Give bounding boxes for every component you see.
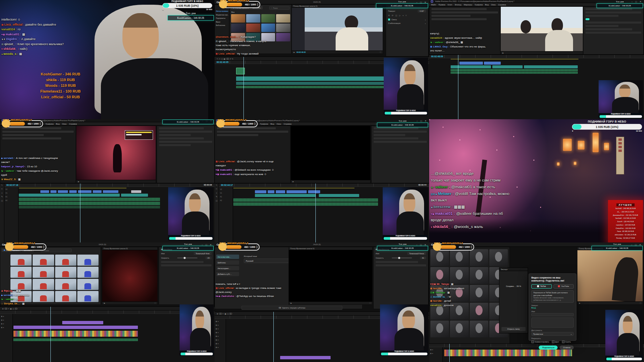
speed-row[interactable]: Скорость31: [376, 257, 426, 259]
blend-row[interactable]: Смесь⌄: [388, 19, 426, 21]
video-clip[interactable]: [319, 194, 359, 197]
sidebar-button[interactable]: Автосоздани…: [216, 266, 239, 270]
media-thumbnail[interactable]: [231, 24, 245, 32]
video-clip[interactable]: [93, 190, 102, 193]
media-thumbnail[interactable]: [261, 14, 275, 23]
menu-item[interactable]: Эпизод: [455, 4, 461, 6]
fx-toolbar-icons[interactable]: ⟲ ⟳ ◫ ▷ ⌖ ⌑: [388, 14, 426, 17]
media-thumbnail[interactable]: [470, 249, 488, 266]
play-icon[interactable]: ▶: [104, 302, 105, 304]
subtitle-clip[interactable]: [280, 356, 331, 359]
video-clip[interactable]: [131, 190, 141, 193]
audio-clip[interactable]: [451, 72, 578, 74]
playhead[interactable]: [458, 55, 458, 119]
menu-item[interactable]: Графика: [45, 123, 53, 125]
media-thumbnail[interactable]: [489, 249, 508, 266]
media-thumbnail[interactable]: [450, 249, 468, 266]
media-thumbnail[interactable]: [10, 279, 32, 290]
play-icon[interactable]: ▶: [502, 52, 504, 54]
tiktok-studio-banner[interactable]: Перенесите в TikTok Studio для полного д…: [531, 290, 574, 303]
media-thumbnail[interactable]: [450, 267, 468, 284]
allow-checkbox[interactable]: Сшить: [562, 340, 571, 343]
video-filmstrip-clip[interactable]: [13, 330, 138, 337]
media-thumbnail[interactable]: [430, 249, 449, 266]
player-controls[interactable]: ▶⛶: [577, 301, 643, 304]
sidebar-item[interactable]: Подпроекты: [215, 17, 229, 20]
media-thumbnail[interactable]: [55, 279, 76, 290]
playhead[interactable]: [273, 312, 274, 362]
media-thumbnail[interactable]: [276, 33, 290, 41]
availability-select[interactable]: Приватное⌄: [531, 332, 574, 336]
media-thumbnail[interactable]: [450, 321, 468, 337]
sidebar-item[interactable]: Медиатека про…: [215, 13, 229, 17]
media-thumbnail[interactable]: [246, 14, 260, 23]
audio-clip[interactable]: [19, 198, 160, 201]
playhead[interactable]: [243, 57, 244, 119]
player-controls[interactable]: ▶: [501, 51, 583, 54]
tool-strip[interactable]: ↖✂⌖✎◫: [215, 184, 219, 242]
media-thumbnail[interactable]: [231, 14, 245, 23]
playhead[interactable]: [50, 307, 51, 362]
media-thumbnail[interactable]: [33, 267, 54, 278]
fullscreen-icon[interactable]: ⛶: [369, 302, 371, 304]
media-thumbnail[interactable]: [55, 255, 76, 266]
menu-item[interactable]: Вид: [56, 123, 60, 125]
allow-checkbox[interactable]: Дуэт: [552, 340, 559, 343]
fullscreen-icon[interactable]: ⛶: [154, 302, 156, 304]
login-link[interactable]: Вход: [531, 307, 574, 309]
playhead[interactable]: [80, 184, 80, 242]
allow-checkbox[interactable]: Комментировать: [531, 340, 549, 343]
tab-youtube[interactable]: YouTube: [554, 284, 574, 289]
media-thumbnail[interactable]: [77, 291, 99, 302]
menu-item[interactable]: Графика: [260, 123, 268, 125]
sidebar-button[interactable]: Шаблоны: [216, 260, 239, 265]
player-controls[interactable]: ▶00:02:40:05⛶: [292, 51, 383, 54]
video-clip[interactable]: [308, 190, 320, 193]
toggle-on[interactable]: [585, 18, 590, 20]
sidebar-item[interactable]: Ваши: [215, 20, 229, 24]
video-clip[interactable]: [451, 65, 491, 68]
stabilize-row[interactable]: Стабилизация⌄: [388, 22, 426, 24]
sidebar-button[interactable]: Добавить субт…: [216, 272, 239, 276]
audio-clip[interactable]: [13, 338, 138, 341]
sidebar-item[interactable]: Импортировано: [215, 9, 229, 13]
media-thumbnail[interactable]: [246, 24, 260, 32]
speed-slider[interactable]: [392, 258, 412, 258]
video-clip[interactable]: [459, 62, 483, 65]
menu-item[interactable]: Окно: [62, 123, 67, 125]
menu-item[interactable]: Маркеры: [464, 4, 472, 6]
play-icon[interactable]: ▶: [294, 51, 295, 53]
video-clip[interactable]: [58, 190, 68, 193]
playhead[interactable]: [449, 344, 450, 362]
media-thumbnail[interactable]: [276, 24, 290, 32]
media-thumbnail[interactable]: [430, 321, 449, 337]
search-input[interactable]: ⌕Поиск: [269, 6, 290, 10]
share-button[interactable]: Поделиться: [539, 345, 558, 350]
timeline-ruler[interactable]: 00:02:44:1700:00:44: [219, 184, 429, 187]
fullscreen-icon[interactable]: ⛶: [380, 51, 381, 54]
video-clip[interactable]: [484, 62, 501, 65]
video-clip[interactable]: [69, 190, 77, 193]
media-thumbnail[interactable]: [470, 321, 488, 337]
video-clip[interactable]: [276, 190, 285, 193]
player-controls[interactable]: ▶⛶: [289, 301, 372, 304]
chevron-down-icon[interactable]: ⌄: [424, 19, 426, 21]
sidebar-item[interactable]: Библиотека: [215, 24, 229, 27]
video-clip[interactable]: [50, 190, 56, 193]
play-icon[interactable]: ▶: [291, 302, 292, 304]
play-icon[interactable]: ▶: [579, 302, 580, 304]
menu-item[interactable]: Графика: [475, 4, 483, 6]
play-icon[interactable]: ▶: [78, 180, 79, 183]
playhead[interactable]: [315, 184, 316, 242]
media-thumbnail[interactable]: [55, 267, 76, 278]
player-controls[interactable]: ▶⛶: [102, 301, 157, 304]
media-thumbnail[interactable]: [430, 267, 449, 284]
sidebar-button[interactable]: Автоозвучива…: [216, 255, 239, 259]
media-thumbnail[interactable]: [261, 24, 275, 32]
rotate-row[interactable]: Поворот0.00°: [388, 10, 426, 12]
cancel-button[interactable]: Отмена: [560, 345, 574, 350]
menu-item[interactable]: Правка: [439, 4, 445, 6]
video-clip[interactable]: [236, 76, 404, 81]
media-thumbnail[interactable]: [10, 255, 32, 266]
media-thumbnail[interactable]: [276, 14, 290, 23]
